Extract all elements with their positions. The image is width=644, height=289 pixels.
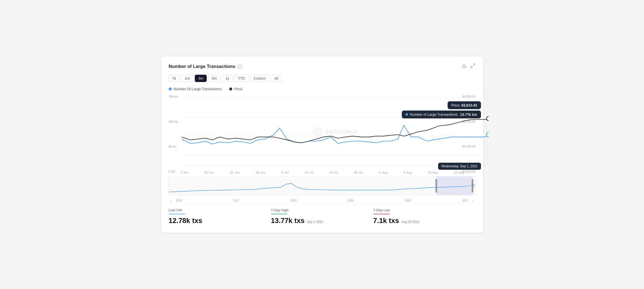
x-label-9: 9. Aug <box>403 171 412 174</box>
price-tooltip-value: $3,613.42 <box>461 103 477 107</box>
filter-6m[interactable]: 6m <box>208 75 220 82</box>
help-icon[interactable]: ? <box>237 64 242 69</box>
legend-dot-blue <box>169 87 172 90</box>
header-left: Number of Large Transactions ? <box>169 64 243 69</box>
mini-x-2020: 2020 <box>405 199 411 202</box>
stat-underline-green <box>271 214 287 214</box>
svg-rect-16 <box>436 177 472 195</box>
mini-x-labels: 2016 2017 2018 2019 2020 2021 <box>173 199 471 202</box>
chart-card: Number of Large Transactions ? <box>161 56 483 233</box>
header-actions <box>461 63 476 70</box>
y-label-0: 0 txs <box>169 170 181 173</box>
expand-icon[interactable] <box>470 63 476 70</box>
chart-svg <box>182 94 489 170</box>
legend-label-transactions: Number Of Large Transactions <box>174 87 222 91</box>
mini-x-2019: 2019 <box>347 199 353 202</box>
stat-7day-high-value: 13.77k txs Sep 1 2021 <box>271 216 365 225</box>
date-tooltip-value: Wednesday, Sep 1, 2021 <box>441 164 478 168</box>
filter-7d[interactable]: 7d <box>169 75 180 82</box>
x-label-7: 26. Jul <box>354 171 363 174</box>
stat-7day-high: 7-Day High 13.77k txs Sep 1 2021 <box>271 208 373 225</box>
txs-tooltip: Number of Large Transactions: 13.77k txs <box>402 111 481 118</box>
stat-7day-high-label: 7-Day High <box>271 208 365 212</box>
legend-transactions: Number Of Large Transactions <box>169 87 222 91</box>
scroll-left-arrow[interactable]: ‹ <box>169 199 173 203</box>
page-title: Number of Large Transactions <box>169 64 235 69</box>
txs-tooltip-label: Number of Large Transactions: <box>410 112 458 117</box>
x-label-6: 19. Jul <box>329 171 338 174</box>
filter-all[interactable]: All <box>271 75 282 82</box>
time-filter-bar: 7d 1m 3m 6m 1y YTD Custom All <box>169 75 476 82</box>
mini-chart[interactable] <box>169 176 476 195</box>
stat-underline-red <box>373 214 390 214</box>
y-axis-left: 24k txs 16k txs 8k txs 0 txs <box>169 94 181 174</box>
filter-1y[interactable]: 1y <box>222 75 233 82</box>
svg-point-15 <box>486 117 489 121</box>
legend-label-price: Price <box>234 87 242 91</box>
x-axis-labels: 7. Jun 14. Jun 21. Jun 28. Jun 5. Jul 12… <box>169 170 476 174</box>
filter-ytd[interactable]: YTD <box>234 75 248 82</box>
filter-custom[interactable]: Custom <box>250 75 269 82</box>
mini-x-2018: 2018 <box>290 199 296 202</box>
x-label-8: 2. Aug <box>379 171 387 174</box>
x-label-5: 12. Jul <box>305 171 313 174</box>
stat-last-24h-value: 12.78k txs <box>169 216 263 225</box>
svg-line-2 <box>471 66 472 68</box>
filter-3m[interactable]: 3m <box>195 75 207 82</box>
x-label-4: 5. Jul <box>281 171 288 174</box>
txs-tooltip-value: 13.77k txs <box>460 112 477 117</box>
txs-tooltip-dot <box>406 113 408 116</box>
svg-line-1 <box>473 64 475 65</box>
stat-7day-low: 7-Day Low 7.1k txs Aug 29 2021 <box>373 208 476 225</box>
y-label-24k: 24k txs <box>169 95 181 98</box>
stat-7day-low-label: 7-Day Low <box>373 208 467 212</box>
stat-underline-blue <box>169 214 185 214</box>
date-tooltip: Wednesday, Sep 1, 2021 <box>438 163 481 170</box>
stat-last-24h: Last 24h 12.78k txs <box>169 208 271 225</box>
stat-7day-low-sub: Aug 29 2021 <box>401 220 420 224</box>
mini-chart-svg <box>169 177 475 195</box>
download-icon[interactable] <box>461 63 467 70</box>
x-label-1: 14. Jun <box>204 171 214 174</box>
mini-x-2021: 2021 <box>462 199 468 202</box>
svg-rect-17 <box>435 179 437 193</box>
scroll-right-arrow[interactable]: › <box>471 199 476 203</box>
price-tooltip-label: Price: <box>451 103 460 107</box>
stats-section: Last 24h 12.78k txs 7-Day High 13.77k tx… <box>169 204 476 225</box>
y-label-8k: 8k txs <box>169 145 181 148</box>
card-header: Number of Large Transactions ? <box>169 63 476 70</box>
x-label-0: 7. Jun <box>180 171 188 174</box>
chart-legend: Number Of Large Transactions Price <box>169 87 476 91</box>
stat-7day-low-value: 7.1k txs Aug 29 2021 <box>373 216 467 225</box>
stat-7day-high-sub: Sep 1 2021 <box>307 220 323 224</box>
mini-x-2016: 2016 <box>176 199 182 202</box>
mini-x-2017: 2017 <box>233 199 239 202</box>
x-label-10: 16. Aug <box>428 171 438 174</box>
svg-point-14 <box>486 133 489 137</box>
filter-1m[interactable]: 1m <box>181 75 193 82</box>
y-label-16k: 16k txs <box>169 120 181 123</box>
x-label-3: 28. Jun <box>256 171 265 174</box>
stat-last-24h-label: Last 24h <box>169 208 263 212</box>
main-chart[interactable]: intotheblock <box>182 94 489 170</box>
legend-price: Price <box>229 87 242 91</box>
y-label-1600: $1,600.00 <box>460 170 476 173</box>
x-label-2: 21. Jun <box>230 171 240 174</box>
legend-dot-dark <box>229 87 232 90</box>
price-tooltip: Price: $3,613.42 <box>448 101 481 109</box>
